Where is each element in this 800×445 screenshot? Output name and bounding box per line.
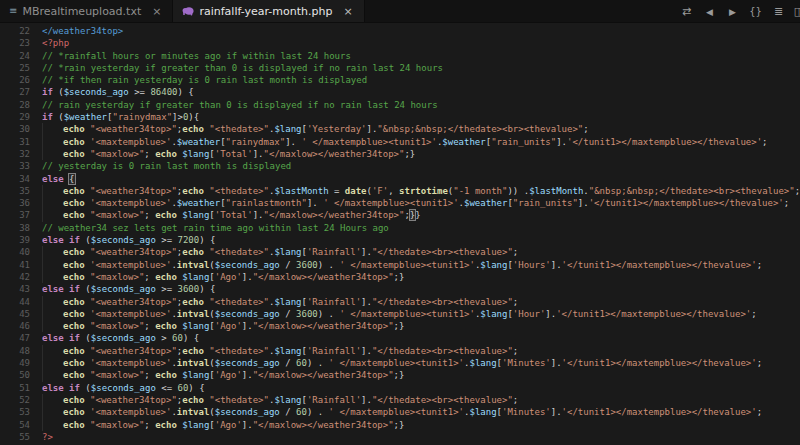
code-text: <?php — [42, 37, 800, 49]
code-line[interactable]: 34else { — [0, 173, 800, 185]
code-line[interactable]: 53echo '<maxtempblue>'.intval($seconds_a… — [0, 406, 800, 418]
code-line[interactable]: 48echo "<weather34top>";echo "<thedate>"… — [0, 345, 800, 357]
code-text: // *rainfall hours or minutes ago if wit… — [42, 50, 800, 62]
code-line[interactable]: 47else if ($seconds_ago > 60) { — [0, 332, 800, 344]
line-number: 30 — [0, 123, 30, 135]
code-line[interactable]: 33// yesterday is 0 rain last month is d… — [0, 160, 800, 172]
line-number: 26 — [0, 74, 30, 86]
code-line[interactable]: 32echo "<maxlow>"; echo $lang['Total']."… — [0, 148, 800, 160]
tab-mbrealtimeupload[interactable]: ≡ MBrealtimeupload.txt × — [0, 0, 173, 22]
line-number: 37 — [0, 209, 30, 221]
code-line[interactable]: 24// *rainfall hours or minutes ago if w… — [0, 50, 800, 62]
indent-guide — [42, 148, 63, 160]
code-text: echo "<maxlow>"; echo $lang['Total']."</… — [42, 148, 800, 160]
line-number: 49 — [0, 357, 30, 369]
line-number: 51 — [0, 382, 30, 394]
code-line[interactable]: 49echo '<maxtempblue>'.intval($seconds_a… — [0, 357, 800, 369]
line-number: 38 — [0, 222, 30, 234]
line-number: 46 — [0, 320, 30, 332]
tab-rainfallf-year-month[interactable]: rainfallf-year-month.php × — [173, 0, 364, 22]
code-line[interactable]: 54echo "<maxlow>"; echo $lang['Ago']."</… — [0, 419, 800, 431]
tab-label: MBrealtimeupload.txt — [22, 5, 141, 18]
close-icon[interactable]: × — [150, 5, 163, 18]
line-number: 43 — [0, 283, 30, 295]
code-text: echo "<maxlow>"; echo $lang['Ago']."</ma… — [42, 320, 800, 332]
code-line[interactable]: 51else if ($seconds_ago <= 60) { — [0, 382, 800, 394]
editor-actions: ⇄ ◀ ▶ {} ≣ ◫ — [675, 0, 800, 23]
line-number: 41 — [0, 259, 30, 271]
code-line[interactable]: 40echo "<weather34top>";echo "<thedate>"… — [0, 246, 800, 258]
close-icon[interactable]: × — [341, 5, 354, 18]
line-number: 22 — [0, 25, 30, 37]
code-text: // *if then rain yesterday is 0 rain las… — [42, 74, 800, 86]
code-text: // *rain yesterday if greater than 0 is … — [42, 62, 800, 74]
line-number: 29 — [0, 111, 30, 123]
code-line[interactable]: 42echo "<maxlow>"; echo $lang['Ago']."</… — [0, 271, 800, 283]
code-line[interactable]: 29if ($weather["rainydmax"]>0){ — [0, 111, 800, 123]
braces-icon[interactable]: {} — [744, 6, 767, 17]
line-number: 33 — [0, 160, 30, 172]
code-line[interactable]: 35echo "<weather34top>";echo "<thedate>"… — [0, 185, 800, 197]
indent-guide — [42, 345, 63, 357]
code-text: echo "<weather34top>";echo "<thedate>".$… — [42, 246, 800, 258]
indent-guide — [42, 394, 63, 406]
code-text: echo '<maxtempblue>'.intval($seconds_ago… — [42, 259, 800, 271]
indent-guide — [42, 209, 63, 221]
code-text: else if ($seconds_ago > 60) { — [42, 332, 800, 344]
code-text: echo '<maxtempblue>'.$weather["rainlastm… — [42, 197, 800, 209]
line-number: 42 — [0, 271, 30, 283]
code-text: echo "<weather34top>";echo "<thedate>".$… — [42, 296, 800, 308]
code-line[interactable]: 44echo "<weather34top>";echo "<thedate>"… — [0, 296, 800, 308]
indent-guide — [42, 136, 63, 148]
code-text: echo "<weather34top>";echo "<thedate>".$… — [42, 394, 800, 406]
code-line[interactable]: 36echo '<maxtempblue>'.$weather["rainlas… — [0, 197, 800, 209]
indent-guide — [42, 308, 63, 320]
indent-guide — [42, 320, 63, 332]
code-text: echo "<maxlow>"; echo $lang['Total']."</… — [42, 209, 800, 221]
tab-label: rainfallf-year-month.php — [199, 5, 332, 18]
code-line[interactable]: 30echo "<weather34top>";echo "<thedate>"… — [0, 123, 800, 135]
code-line[interactable]: 26// *if then rain yesterday is 0 rain l… — [0, 74, 800, 86]
tab-bar: ≡ MBrealtimeupload.txt × rainfallf-year-… — [0, 0, 800, 23]
code-line[interactable]: 38// weather34 sez lets get rain time ag… — [0, 222, 800, 234]
code-text: else if ($seconds_ago >= 7200) { — [42, 234, 800, 246]
code-line[interactable]: 55?> — [0, 431, 800, 443]
line-number: 45 — [0, 308, 30, 320]
next-icon[interactable]: ▶ — [721, 7, 744, 17]
code-line[interactable]: 22</weather34top> — [0, 25, 800, 37]
line-number: 39 — [0, 234, 30, 246]
code-line[interactable]: 27if ($seconds_ago >= 86400) { — [0, 86, 800, 98]
code-text: ?> — [42, 431, 800, 443]
code-line[interactable]: 39else if ($seconds_ago >= 7200) { — [0, 234, 800, 246]
code-line[interactable]: 50echo "<maxlow>"; echo $lang['Ago']."</… — [0, 369, 800, 381]
split-editor-icon[interactable]: ◫ — [790, 5, 800, 18]
code-line[interactable]: 28// rain yesterday if greater than 0 is… — [0, 99, 800, 111]
line-number: 32 — [0, 148, 30, 160]
code-line[interactable]: 45echo '<maxtempblue>'.intval($seconds_a… — [0, 308, 800, 320]
line-number: 44 — [0, 296, 30, 308]
code-text: echo '<maxtempblue>'.intval($seconds_ago… — [42, 406, 800, 418]
prev-icon[interactable]: ◀ — [698, 7, 721, 17]
code-text: // rain yesterday if greater than 0 is d… — [42, 99, 800, 111]
code-text: echo "<maxlow>"; echo $lang['Ago']."</ma… — [42, 271, 800, 283]
code-text: else if ($seconds_ago >= 3600) { — [42, 283, 800, 295]
code-line[interactable]: 43else if ($seconds_ago >= 3600) { — [0, 283, 800, 295]
compare-icon[interactable]: ⇄ — [675, 5, 698, 18]
line-number: 48 — [0, 345, 30, 357]
line-number: 34 — [0, 173, 30, 185]
code-line[interactable]: 25// *rain yesterday if greater than 0 i… — [0, 62, 800, 74]
code-editor[interactable]: 22</weather34top>23<?php24// *rainfall h… — [0, 23, 800, 445]
code-line[interactable]: 52echo "<weather34top>";echo "<thedate>"… — [0, 394, 800, 406]
code-line[interactable]: 23<?php — [0, 37, 800, 49]
line-number: 35 — [0, 185, 30, 197]
code-line[interactable]: 41echo '<maxtempblue>'.intval($seconds_a… — [0, 259, 800, 271]
code-line[interactable]: 31echo '<maxtempblue>'.$weather["rainydm… — [0, 136, 800, 148]
line-number: 53 — [0, 406, 30, 418]
line-number: 24 — [0, 50, 30, 62]
indent-guide — [42, 419, 63, 431]
code-line[interactable]: 46echo "<maxlow>"; echo $lang['Ago']."</… — [0, 320, 800, 332]
code-text: echo "<weather34top>";echo "<thedate>".$… — [42, 123, 800, 135]
code-line[interactable]: 37echo "<maxlow>"; echo $lang['Total']."… — [0, 209, 800, 221]
indent-guide — [42, 271, 63, 283]
outline-icon[interactable]: ≣ — [767, 5, 790, 18]
